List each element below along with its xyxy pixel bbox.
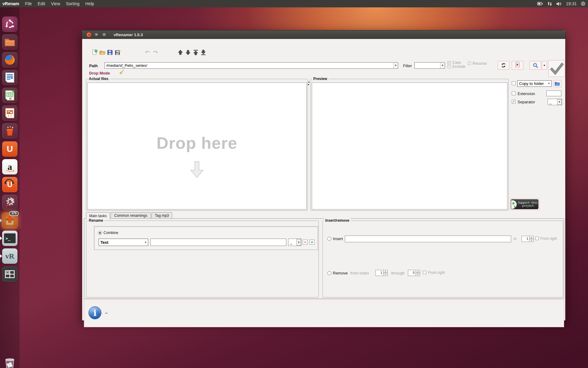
path-combobox[interactable]: ▼ <box>104 62 398 69</box>
network-arrows-icon[interactable] <box>547 2 552 6</box>
launcher-item-amazon[interactable]: a <box>2 159 17 174</box>
launcher-item-firefox[interactable] <box>2 52 17 67</box>
spin-up-icon[interactable]: ▲ <box>416 270 420 273</box>
session-gear-icon[interactable] <box>581 1 586 6</box>
launcher-item-system-settings[interactable] <box>2 195 17 210</box>
filter-combobox[interactable]: ▼ <box>414 62 445 69</box>
case-checkbox[interactable]: ✓ <box>447 61 451 64</box>
refresh-button[interactable] <box>498 61 509 70</box>
save-as-button[interactable] <box>115 49 121 56</box>
launcher-item-ubuntu-one[interactable]: U <box>2 141 17 157</box>
move-up-button[interactable] <box>177 49 183 56</box>
spin-up-icon[interactable]: ▲ <box>383 270 388 273</box>
recursive-checkbox[interactable] <box>468 62 471 65</box>
launcher-item-libreoffice-writer[interactable] <box>2 70 17 85</box>
copy-to-folder-checkbox[interactable] <box>512 81 516 85</box>
clear-list-button[interactable]: × <box>512 61 523 70</box>
impress-icon <box>5 108 15 119</box>
rename-type-arrow-icon[interactable]: ▼ <box>143 239 148 246</box>
insert-text-input[interactable] <box>345 236 511 242</box>
copy-to-folder-combobox[interactable]: Copy to folder ▼ <box>517 80 552 87</box>
actual-files-droparea[interactable]: Drop here <box>87 82 307 209</box>
window-maximize-button[interactable] <box>102 32 107 37</box>
exclude-checkbox[interactable] <box>447 65 451 68</box>
window-titlebar[interactable]: × vRenamer 1.5.3 <box>82 30 565 39</box>
launcher-item-libreoffice-impress[interactable] <box>2 105 17 121</box>
apply-rename-button[interactable] <box>548 60 565 77</box>
launcher-item-workspace-switcher[interactable] <box>2 266 17 282</box>
preview-area[interactable] <box>312 82 507 209</box>
launcher-item-trash[interactable] <box>2 356 17 368</box>
menu-edit[interactable]: Edit <box>38 1 45 6</box>
window-close-button[interactable]: × <box>86 32 92 37</box>
info-icon[interactable]: i <box>89 306 101 319</box>
rename-type-combobox[interactable]: Text ▼ <box>99 239 148 246</box>
undo-button[interactable] <box>145 49 151 56</box>
separator-arrow-icon[interactable]: ▼ <box>557 99 562 105</box>
launcher-item-software-center[interactable] <box>2 123 17 139</box>
volume-icon[interactable] <box>556 2 562 6</box>
move-to-bottom-button[interactable] <box>200 49 206 56</box>
separator-combobox[interactable]: _ ▼ <box>548 99 562 105</box>
insert-position-spinner[interactable]: 1 ▲▼ <box>522 236 534 242</box>
launcher-item-terminal[interactable]: >_ <box>2 231 17 246</box>
insert-from-right-checkbox[interactable] <box>535 237 539 240</box>
menu-view[interactable]: View <box>51 1 60 6</box>
window-minimize-button[interactable] <box>94 32 99 37</box>
launcher-item-vrenamer[interactable]: vR <box>2 248 17 264</box>
rename-separator-combobox[interactable]: _ ▼ <box>288 239 301 246</box>
remove-radio[interactable] <box>327 271 331 275</box>
spin-up-icon[interactable]: ▲ <box>530 236 534 239</box>
insert-position-value[interactable]: 1 <box>522 236 530 242</box>
extension-checkbox[interactable] <box>512 91 516 95</box>
tab-common-renamings[interactable]: Common renamings <box>111 212 151 219</box>
panel-splitter[interactable]: ◂ ▸ <box>307 81 310 86</box>
rename-separator-arrow-icon[interactable]: ▼ <box>296 239 301 246</box>
launcher-item-software-updater[interactable]: 379 <box>2 213 17 228</box>
extension-input[interactable] <box>546 90 561 96</box>
battery-icon[interactable] <box>537 2 543 6</box>
rename-text-input[interactable] <box>150 239 286 246</box>
clock[interactable]: 19:31 <box>566 1 577 6</box>
menu-file[interactable]: File <box>25 1 32 6</box>
launcher-item-libreoffice-calc[interactable] <box>2 88 17 103</box>
broom-icon[interactable] <box>119 70 124 76</box>
save-button[interactable] <box>107 49 113 56</box>
splitter-right-icon[interactable]: ▸ <box>307 83 310 86</box>
move-to-top-button[interactable] <box>193 49 199 56</box>
filter-dropdown-arrow-icon[interactable]: ▼ <box>440 63 445 68</box>
tab-tag-mp3[interactable]: Tag mp3 <box>152 212 172 219</box>
drop-mode-label[interactable]: Drop Mode <box>89 71 110 75</box>
remove-from-right-checkbox[interactable] <box>423 271 426 274</box>
remove-from-value[interactable]: 1 <box>375 270 383 276</box>
search-button[interactable] <box>530 61 541 70</box>
choose-folder-button[interactable] <box>553 80 561 87</box>
remove-from-spinner[interactable]: 1 ▲▼ <box>375 270 388 276</box>
new-project-button[interactable] <box>92 49 98 56</box>
path-dropdown-arrow-icon[interactable]: ▼ <box>393 63 398 68</box>
launcher-item-files[interactable] <box>2 34 17 50</box>
path-input[interactable] <box>105 63 393 68</box>
open-button[interactable] <box>99 49 105 56</box>
from-index-label: from index <box>350 271 369 275</box>
launcher-item-ubuntu-one-music[interactable]: U <box>2 177 17 192</box>
search-options-arrow-button[interactable]: ▼ <box>542 61 547 70</box>
remove-to-spinner[interactable]: 5 ▲▼ <box>408 270 420 276</box>
redo-button[interactable] <box>152 49 158 56</box>
add-rule-button[interactable]: + <box>309 240 315 245</box>
tab-main-tasks[interactable]: Main tasks <box>86 212 110 219</box>
menu-sorting[interactable]: Sorting <box>66 1 79 6</box>
support-project-button[interactable]: ✳ $ Support thisproject <box>511 199 538 209</box>
spin-down-icon[interactable]: ▼ <box>383 273 388 276</box>
separator-checkbox[interactable]: ✓ <box>512 100 516 104</box>
remove-rule-button[interactable]: − <box>303 240 308 245</box>
insert-radio[interactable] <box>327 237 331 241</box>
spin-down-icon[interactable]: ▼ <box>530 239 534 242</box>
copy-to-folder-arrow-icon[interactable]: ▼ <box>547 81 551 86</box>
menu-help[interactable]: Help <box>85 1 94 6</box>
remove-to-value[interactable]: 5 <box>408 270 416 276</box>
combine-radio[interactable] <box>98 231 102 235</box>
move-down-button[interactable] <box>185 49 191 56</box>
spin-down-icon[interactable]: ▼ <box>416 273 420 276</box>
launcher-item-dash-home[interactable] <box>2 17 17 32</box>
